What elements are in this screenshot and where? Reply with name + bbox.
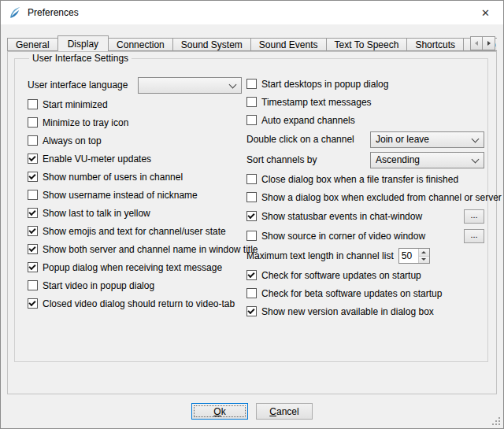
checkbox-unchecked[interactable] bbox=[246, 79, 257, 89]
ellipsis-button[interactable]: ... bbox=[464, 209, 484, 224]
checkbox-label: Enable VU-meter updates bbox=[43, 153, 151, 165]
checkbox-label: Closed video dialog should return to vid… bbox=[43, 298, 235, 309]
checkbox-checked[interactable] bbox=[246, 270, 257, 280]
max-text-length-label: Maximum text length in channel list bbox=[246, 250, 394, 261]
checkbox-label: Start video in popup dialog bbox=[43, 280, 154, 291]
ellipsis-button[interactable]: ... bbox=[464, 229, 484, 243]
checkbox-row[interactable]: Timestamp text messages bbox=[246, 93, 484, 111]
tab-strip: GeneralDisplayConnectionSound SystemSoun… bbox=[7, 35, 497, 51]
checkbox-label: Show number of users in channel bbox=[43, 172, 183, 183]
chevron-down-icon bbox=[229, 81, 237, 89]
left-settings-column: User interface language Start minimizedM… bbox=[28, 75, 242, 313]
checkbox-label: Start desktops in popup dialog bbox=[261, 79, 388, 90]
tab-display[interactable]: Display bbox=[57, 35, 109, 51]
checkbox-row[interactable]: Check for beta software updates on start… bbox=[246, 284, 484, 302]
arrow-right-icon bbox=[487, 41, 491, 46]
max-text-length-spinner[interactable]: 50 bbox=[398, 248, 430, 264]
double-click-dropdown[interactable]: Join or leave bbox=[370, 131, 484, 148]
spinner-value[interactable]: 50 bbox=[399, 249, 418, 263]
checkbox-row[interactable]: Auto expand channels bbox=[246, 111, 484, 129]
sort-channels-label: Sort channels by bbox=[246, 154, 370, 165]
checkbox-row[interactable]: Show username instead of nickname bbox=[28, 186, 242, 204]
tab-text-to-speech[interactable]: Text To Speech bbox=[327, 38, 408, 51]
footer-buttons: Ok Cancel bbox=[1, 403, 503, 420]
checkbox-label: Show source in corner of video window bbox=[261, 231, 425, 242]
checkbox-unchecked[interactable] bbox=[28, 117, 38, 128]
checkbox-row[interactable]: Closed video dialog should return to vid… bbox=[28, 294, 242, 313]
close-icon: ✕ bbox=[481, 7, 490, 19]
checkbox-unchecked[interactable] bbox=[28, 190, 38, 200]
tab-scroll-left-button[interactable] bbox=[470, 36, 483, 50]
checkbox-label: Popup dialog when receiving text message bbox=[43, 262, 222, 273]
checkbox-row[interactable]: Start video in popup dialog bbox=[28, 276, 242, 294]
checkbox-row[interactable]: Popup dialog when receiving text message bbox=[28, 258, 242, 276]
display-tab-pane: User Interface Settings User interface l… bbox=[7, 51, 497, 394]
checkbox-label: Check for software updates on startup bbox=[261, 270, 421, 281]
checkbox-unchecked[interactable] bbox=[28, 280, 38, 290]
checkbox-checked[interactable] bbox=[28, 153, 38, 164]
checkbox-label: Show statusbar events in chat-window bbox=[261, 211, 422, 222]
checkbox-checked[interactable] bbox=[28, 226, 38, 236]
checkbox-row[interactable]: Start minimized bbox=[28, 95, 242, 113]
cancel-button[interactable]: Cancel bbox=[256, 403, 313, 420]
language-label: User interface language bbox=[28, 80, 138, 91]
checkbox-row[interactable]: Minimize to tray icon bbox=[28, 113, 242, 131]
checkbox-row[interactable]: Show source in corner of video window... bbox=[246, 226, 484, 246]
checkbox-unchecked[interactable] bbox=[28, 99, 38, 109]
arrow-down-icon bbox=[421, 258, 426, 261]
tab-sound-events[interactable]: Sound Events bbox=[251, 38, 327, 51]
checkbox-checked[interactable] bbox=[246, 211, 257, 221]
checkbox-label: Close dialog box when a file transfer is… bbox=[261, 174, 458, 185]
checkbox-unchecked[interactable] bbox=[246, 231, 257, 241]
title-bar[interactable]: Preferences ✕ bbox=[1, 1, 503, 24]
tab-connection[interactable]: Connection bbox=[109, 38, 173, 51]
language-dropdown[interactable] bbox=[138, 77, 242, 94]
checkbox-row[interactable]: Show a dialog box when excluded from cha… bbox=[246, 188, 484, 206]
language-row: User interface language bbox=[28, 75, 242, 95]
checkbox-row[interactable]: Always on top bbox=[28, 131, 242, 150]
checkbox-label: Check for beta software updates on start… bbox=[261, 288, 442, 299]
sort-channels-dropdown[interactable]: Ascending bbox=[370, 152, 484, 168]
resize-grip[interactable] bbox=[491, 416, 501, 426]
ok-button[interactable]: Ok bbox=[191, 403, 248, 420]
checkbox-checked[interactable] bbox=[28, 208, 38, 218]
checkbox-row[interactable]: Show emojis and text for channel/user st… bbox=[28, 222, 242, 240]
max-text-length-row: Maximum text length in channel list 50 bbox=[246, 246, 484, 266]
app-feather-icon bbox=[8, 6, 21, 20]
checkbox-checked[interactable] bbox=[28, 262, 38, 272]
checkbox-checked[interactable] bbox=[28, 172, 38, 182]
checkbox-row[interactable]: Show both server and channel name in win… bbox=[28, 240, 242, 258]
checkbox-checked[interactable] bbox=[246, 306, 257, 316]
checkbox-row[interactable]: Check for software updates on startup bbox=[246, 266, 484, 284]
checkbox-unchecked[interactable] bbox=[28, 135, 38, 146]
checkbox-checked[interactable] bbox=[28, 244, 38, 254]
checkbox-unchecked[interactable] bbox=[246, 288, 257, 298]
checkbox-unchecked[interactable] bbox=[246, 115, 257, 125]
checkbox-label: Show new version available in dialog box bbox=[261, 306, 434, 317]
checkbox-row[interactable]: Start desktops in popup dialog bbox=[246, 75, 484, 93]
checkbox-row[interactable]: Show statusbar events in chat-window... bbox=[246, 206, 484, 226]
checkbox-unchecked[interactable] bbox=[246, 192, 257, 202]
checkbox-row[interactable]: Close dialog box when a file transfer is… bbox=[246, 170, 484, 188]
right-settings-column: Start desktops in popup dialogTimestamp … bbox=[246, 75, 484, 320]
tab-sound-system[interactable]: Sound System bbox=[173, 38, 251, 51]
checkbox-label: Show emojis and text for channel/user st… bbox=[43, 226, 226, 237]
checkbox-unchecked[interactable] bbox=[246, 174, 257, 184]
checkbox-unchecked[interactable] bbox=[246, 97, 257, 107]
close-button[interactable]: ✕ bbox=[468, 1, 503, 24]
spin-down-button[interactable] bbox=[419, 257, 429, 264]
tab-general[interactable]: General bbox=[7, 38, 58, 51]
tab-scroll-right-button[interactable] bbox=[483, 36, 495, 50]
checkbox-row[interactable]: Enable VU-meter updates bbox=[28, 150, 242, 168]
checkbox-row[interactable]: Show number of users in channel bbox=[28, 168, 242, 186]
checkbox-checked[interactable] bbox=[28, 298, 38, 309]
chevron-down-icon bbox=[472, 156, 480, 164]
checkbox-label: Minimize to tray icon bbox=[43, 117, 128, 128]
tab-shortcuts[interactable]: Shortcuts bbox=[407, 38, 464, 51]
spinner-buttons bbox=[418, 249, 429, 263]
window-title: Preferences bbox=[28, 7, 79, 18]
checkbox-row[interactable]: Show last to talk in yellow bbox=[28, 204, 242, 222]
spin-up-button[interactable] bbox=[419, 249, 429, 257]
arrow-up-icon bbox=[421, 251, 426, 253]
checkbox-row[interactable]: Show new version available in dialog box bbox=[246, 302, 484, 320]
